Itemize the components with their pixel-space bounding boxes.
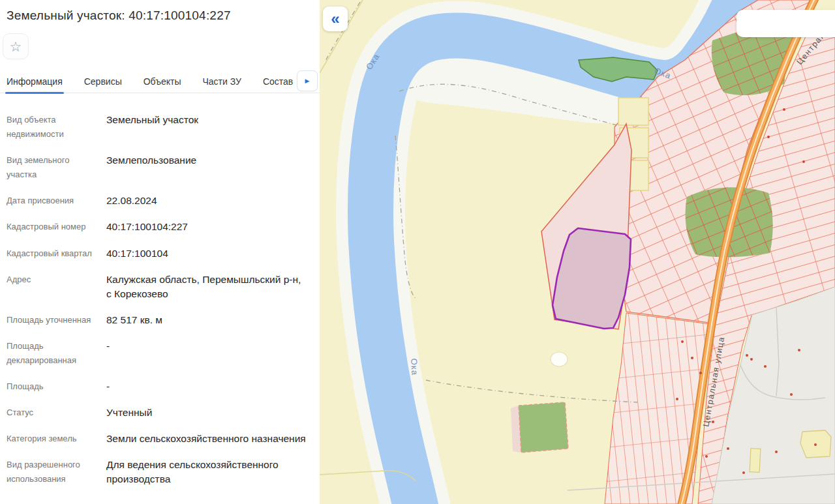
map-canvas[interactable]: Ока Ока Ока Центральная улица Центральна… bbox=[320, 0, 835, 504]
pond bbox=[551, 352, 568, 366]
favorite-button[interactable]: ☆ bbox=[3, 33, 29, 59]
field-row: Вид объекта недвижимостиЗемельный участо… bbox=[7, 113, 311, 141]
field-row: АдресКалужская область, Перемышльский р-… bbox=[7, 273, 311, 301]
parcel-info-panel: Земельный участок: 40:17:100104:227 ☆ Ин… bbox=[0, 0, 320, 504]
field-row: Площадь- bbox=[7, 379, 311, 394]
field-row: Вид земельного участкаЗемлепользование bbox=[7, 153, 311, 182]
tabs-bar: Информация Сервисы Объекты Части ЗУ Сост… bbox=[0, 70, 320, 93]
field-row: СтатусУчтенный bbox=[7, 406, 311, 420]
star-icon: ☆ bbox=[10, 40, 22, 53]
double-chevron-left-icon: « bbox=[331, 10, 339, 27]
chevron-right-icon: ▶ bbox=[305, 78, 310, 84]
tab-composition[interactable]: Состав bbox=[263, 70, 293, 93]
field-row: Вид разрешенного использованияДля ведени… bbox=[7, 458, 311, 486]
page-title: Земельный участок: 40:17:100104:227 bbox=[0, 0, 320, 23]
field-row: Категория земельЗемли сельскохозяйственн… bbox=[7, 432, 311, 446]
search-input[interactable] bbox=[736, 10, 835, 37]
collapse-panel-button[interactable]: « bbox=[323, 7, 348, 31]
green-field bbox=[519, 402, 568, 452]
field-row: Дата присвоения22.08.2024 bbox=[7, 194, 311, 208]
tab-objects[interactable]: Объекты bbox=[144, 70, 181, 93]
cadastral-map-app: Земельный участок: 40:17:100104:227 ☆ Ин… bbox=[0, 0, 835, 504]
field-row: Кадастровый номер40:17:100104:227 bbox=[7, 220, 311, 234]
tabs-scroll-right-button[interactable]: ▶ bbox=[297, 70, 318, 91]
tab-parcel-parts[interactable]: Части ЗУ bbox=[202, 70, 241, 93]
river-label: Ока bbox=[409, 358, 419, 376]
attributes-list: Вид объекта недвижимостиЗемельный участо… bbox=[0, 93, 320, 486]
field-row: Площадь уточненная82 517 кв. м bbox=[7, 313, 311, 327]
map-drawing: Ока Ока Ока Центральная улица Центральна… bbox=[320, 0, 835, 504]
field-row: Площадь декларированная- bbox=[7, 339, 311, 368]
tab-services[interactable]: Сервисы bbox=[84, 70, 122, 93]
field-row: Кадастровый квартал40:17:100104 bbox=[7, 246, 311, 261]
tab-information[interactable]: Информация bbox=[7, 70, 63, 93]
